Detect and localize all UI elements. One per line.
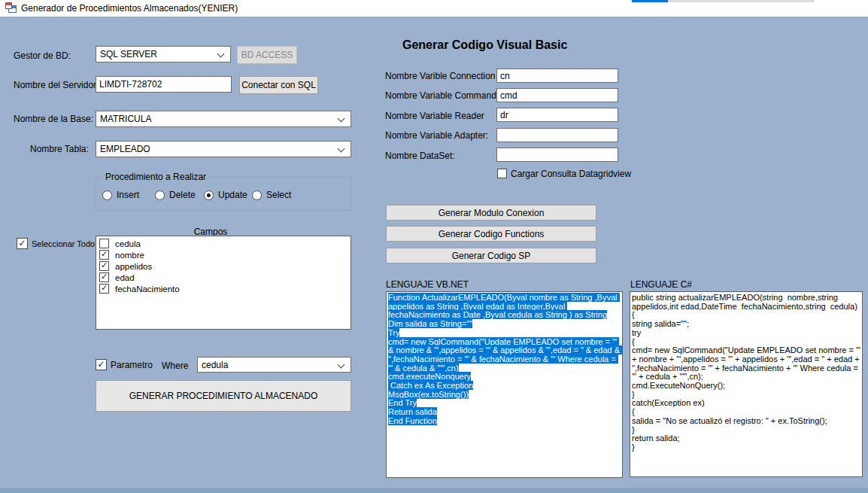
list-item-label: appelidos (115, 262, 152, 271)
generar-procedimiento-button[interactable]: GENERAR PROCEDIMIENTO ALMACENADO (96, 380, 351, 412)
list-item-label: fechaNacimiento (115, 285, 180, 294)
list-item-label: cedula (115, 239, 141, 248)
seleccionar-todo-checkbox-icon: ✓ (17, 238, 28, 249)
base-combo-value: MATRICULA (100, 114, 151, 124)
chevron-down-icon (338, 361, 345, 369)
titlebar-accent-gray-bar (668, 0, 814, 2)
adapter-input[interactable] (496, 128, 618, 142)
check-icon: ✓ (101, 261, 108, 269)
radio-update[interactable]: Update (204, 190, 247, 200)
appelidos-checkbox-icon: ✓ (99, 261, 109, 271)
where-label: Where (162, 361, 188, 371)
gestor-bd-combo-value: SQL SERVER (100, 49, 157, 59)
generar-codigo-sp-button[interactable]: Generar Codigo SP (386, 248, 596, 263)
csharp-code-textbox[interactable]: public string actualizarEMPLEADO(string … (630, 291, 863, 477)
seleccionar-todo-label: Seleccionar Todo (32, 239, 95, 248)
where-combo-value: cedula (202, 360, 228, 370)
generar-modulo-conexion-button[interactable]: Generar Modulo Conexion (386, 205, 596, 221)
chevron-down-icon (338, 115, 345, 123)
list-item-cedula[interactable]: cedula (96, 238, 351, 249)
check-icon: ✓ (101, 250, 108, 258)
chevron-down-icon (338, 145, 345, 153)
window-title: Generador de Procedimientos Almacenados(… (21, 3, 238, 14)
titlebar: Generador de Procedimientos Almacenados(… (0, 0, 868, 17)
connection-input[interactable] (496, 68, 618, 83)
csharp-code-text: public string actualizarEMPLEADO(string … (632, 293, 863, 452)
radio-delete-icon (155, 190, 165, 200)
generar-codigo-functions-button[interactable]: Generar Codigo Functions (386, 226, 596, 242)
check-icon: ✓ (101, 284, 108, 292)
bottom-strip (0, 488, 868, 493)
radio-insert-label: Insert (117, 190, 139, 200)
list-item-appelidos[interactable]: ✓ appelidos (96, 260, 351, 272)
vbnet-code-textbox[interactable]: Function ActualizarEMPLEADO(Byval nombre… (386, 291, 623, 478)
radio-delete[interactable]: Delete (155, 190, 196, 200)
list-item-nombre[interactable]: ✓ nombre (96, 249, 351, 260)
parametro-checkbox[interactable]: ✓ Parametro (96, 359, 153, 370)
dataset-label: Nombre DataSet: (385, 151, 455, 161)
radio-insert-icon (102, 190, 112, 200)
tabla-combo[interactable]: EMPLEADO (96, 141, 351, 157)
command-input[interactable] (496, 88, 618, 102)
parametro-checkbox-icon: ✓ (96, 359, 107, 370)
servidor-label: Nombre del Servidor: (14, 80, 99, 90)
adapter-label: Nombre Variable Adapter: (385, 130, 488, 141)
servidor-input[interactable] (96, 76, 232, 93)
chevron-down-icon (217, 50, 225, 58)
edad-checkbox-icon: ✓ (99, 272, 109, 282)
vbnet-code-selected-text: Function ActualizarEMPLEADO(Byval nombre… (388, 293, 622, 425)
app-icon-front-window (5, 2, 12, 9)
check-icon: ✓ (97, 360, 105, 369)
vb-section-title: Generar Codigo Visual Basic (402, 38, 567, 52)
tabla-combo-value: EMPLEADO (100, 144, 150, 154)
list-item-label: edad (115, 273, 135, 282)
seleccionar-todo-checkbox[interactable]: ✓ Seleccionar Todo (17, 238, 95, 249)
radio-select[interactable]: Select (252, 190, 291, 200)
radio-update-label: Update (218, 190, 247, 200)
fechanacimiento-checkbox-icon: ✓ (99, 284, 109, 294)
nombre-checkbox-icon: ✓ (99, 250, 109, 260)
reader-label: Nombre Variable Reader (385, 111, 484, 121)
check-icon: ✓ (101, 272, 108, 281)
base-label: Nombre de la Base: (14, 114, 93, 124)
radio-select-icon (252, 190, 262, 200)
radio-select-label: Select (266, 190, 291, 200)
dataset-input[interactable] (496, 148, 618, 162)
connection-label: Nombre Varible Connection (385, 71, 496, 81)
list-item-label: nombre (115, 251, 144, 260)
command-label: Nombre Variable Command (385, 90, 496, 101)
app-window: Generador de Procedimientos Almacenados(… (0, 0, 868, 493)
tabla-label: Nombre Tabla: (30, 144, 89, 154)
procedimiento-group-title: Procedimiento a Realizar (102, 172, 209, 182)
check-icon: ✓ (18, 239, 26, 248)
lenguaje-csharp-label: LENGUAJE C# (630, 279, 692, 290)
cargar-datagridview-checkbox[interactable]: Cargar Consulta Datagridview (497, 169, 631, 179)
titlebar-accent-blue-bar (632, 0, 668, 2)
radio-update-icon (204, 190, 214, 200)
procedimiento-groupbox: Procedimiento a Realizar Insert Delete U… (96, 177, 351, 211)
radio-delete-label: Delete (169, 190, 196, 200)
reader-input[interactable] (496, 108, 618, 122)
campos-listbox[interactable]: cedula ✓ nombre ✓ appelidos ✓ edad ✓ fec… (96, 236, 351, 330)
gestor-bd-combo[interactable]: SQL SERVER (96, 46, 231, 62)
list-item-fechanacimiento[interactable]: ✓ fechaNacimiento (96, 283, 351, 294)
bd-access-button[interactable]: BD ACCESS (237, 46, 297, 64)
where-combo[interactable]: cedula (197, 357, 351, 373)
radio-insert[interactable]: Insert (102, 190, 139, 200)
lenguaje-vbnet-label: LENGUAJE VB.NET (386, 279, 469, 290)
base-combo[interactable]: MATRICULA (96, 111, 351, 127)
cargar-datagridview-label: Cargar Consulta Datagridview (511, 169, 631, 179)
form-surface: Gestor de BD: SQL SERVER BD ACCESS Nombr… (0, 17, 868, 493)
app-icon (5, 2, 17, 14)
cargar-datagridview-checkbox-icon (497, 169, 507, 178)
conectar-sql-button[interactable]: Conectar con SQL (239, 76, 318, 94)
parametro-label: Parametro (111, 360, 153, 370)
gestor-bd-label: Gestor de BD: (14, 50, 71, 61)
cedula-checkbox-icon (99, 239, 109, 248)
list-item-edad[interactable]: ✓ edad (96, 272, 351, 283)
